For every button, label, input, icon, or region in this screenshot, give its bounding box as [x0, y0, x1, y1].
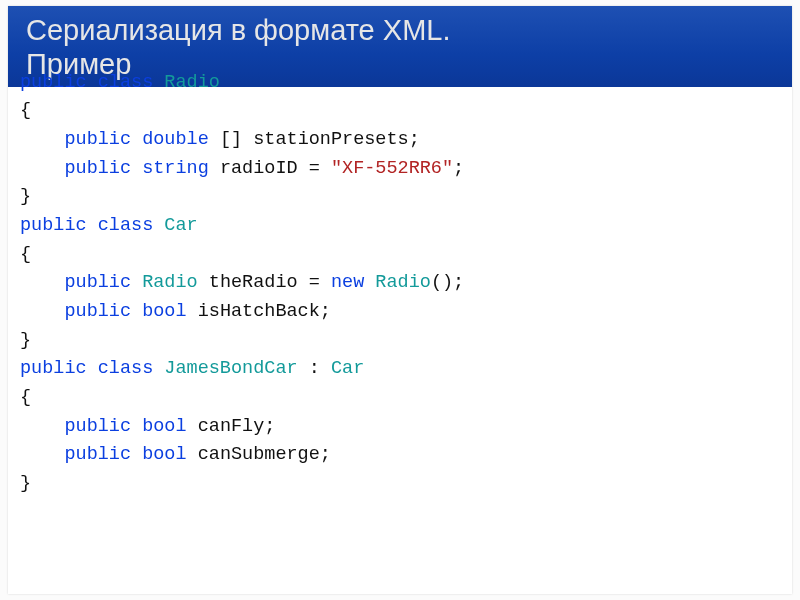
id-stationpresets: stationPresets	[253, 129, 408, 150]
kw-public: public	[64, 158, 131, 179]
semi: ;	[453, 272, 464, 293]
indent	[20, 129, 64, 150]
eq: =	[309, 158, 320, 179]
kw-public: public	[64, 301, 131, 322]
kw-public: public	[64, 444, 131, 465]
kw-bool: bool	[142, 444, 186, 465]
brace-open: {	[20, 244, 31, 265]
kw-class: class	[98, 358, 154, 379]
semi: ;	[264, 416, 275, 437]
kw-string: string	[142, 158, 209, 179]
semi: ;	[320, 301, 331, 322]
id-cansubmerge: canSubmerge	[198, 444, 320, 465]
colon: :	[309, 358, 320, 379]
indent	[20, 158, 64, 179]
type-car: Car	[164, 215, 197, 236]
eq: =	[309, 272, 320, 293]
kw-public: public	[20, 215, 87, 236]
kw-new: new	[331, 272, 364, 293]
kw-public: public	[64, 272, 131, 293]
brace-open: {	[20, 387, 31, 408]
code-block: public class Radio { public double [] st…	[20, 69, 780, 499]
kw-public: public	[20, 72, 87, 93]
kw-public: public	[64, 129, 131, 150]
indent	[20, 416, 64, 437]
kw-public: public	[20, 358, 87, 379]
kw-bool: bool	[142, 301, 186, 322]
semi: ;	[409, 129, 420, 150]
type-radio: Radio	[375, 272, 431, 293]
kw-class: class	[98, 72, 154, 93]
type-car: Car	[331, 358, 364, 379]
kw-public: public	[64, 416, 131, 437]
id-canfly: canFly	[198, 416, 265, 437]
id-theradio: theRadio	[209, 272, 298, 293]
brace-close: }	[20, 473, 31, 494]
slide-title-line1: Сериализация в формате XML.	[26, 12, 774, 48]
semi: ;	[453, 158, 464, 179]
type-jamesbondcar: JamesBondCar	[164, 358, 297, 379]
indent	[20, 301, 64, 322]
indent	[20, 272, 64, 293]
type-radio: Radio	[142, 272, 198, 293]
kw-double: double	[142, 129, 209, 150]
brace-open: {	[20, 100, 31, 121]
indent	[20, 444, 64, 465]
brace-close: }	[20, 330, 31, 351]
semi: ;	[320, 444, 331, 465]
slide-inner: Сериализация в формате XML. Пример publi…	[8, 6, 792, 594]
kw-class: class	[98, 215, 154, 236]
brackets: []	[220, 129, 242, 150]
type-radio: Radio	[164, 72, 220, 93]
slide-frame: Сериализация в формате XML. Пример publi…	[0, 0, 800, 600]
lit-xf: "XF-552RR6"	[331, 158, 453, 179]
parens: ()	[431, 272, 453, 293]
brace-close: }	[20, 186, 31, 207]
id-ishatchback: isHatchBack	[198, 301, 320, 322]
kw-bool: bool	[142, 416, 186, 437]
id-radioid: radioID	[220, 158, 298, 179]
code-area: public class Radio { public double [] st…	[8, 69, 792, 509]
